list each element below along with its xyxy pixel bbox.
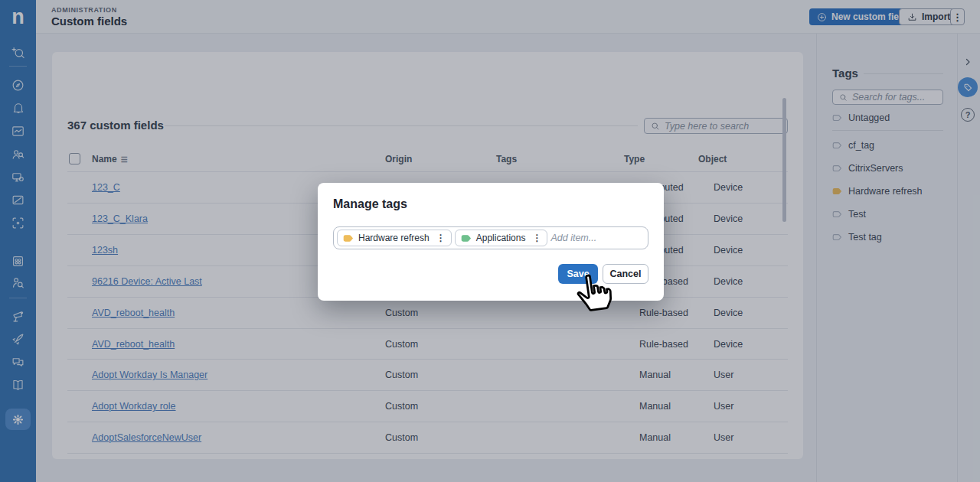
chip-menu-icon[interactable]: ⋮ — [530, 233, 544, 243]
tag-chip[interactable]: Hardware refresh⋮ — [337, 230, 452, 246]
hand-cursor-icon — [570, 269, 616, 317]
tag-icon — [461, 234, 472, 243]
chip-menu-icon[interactable]: ⋮ — [434, 233, 448, 243]
add-tag-input[interactable] — [550, 233, 645, 243]
tag-icon — [343, 234, 354, 243]
modal-title: Manage tags — [333, 197, 407, 211]
tag-chip-input[interactable]: Hardware refresh⋮ Applications⋮ — [333, 226, 648, 249]
tag-chip[interactable]: Applications⋮ — [455, 230, 548, 246]
